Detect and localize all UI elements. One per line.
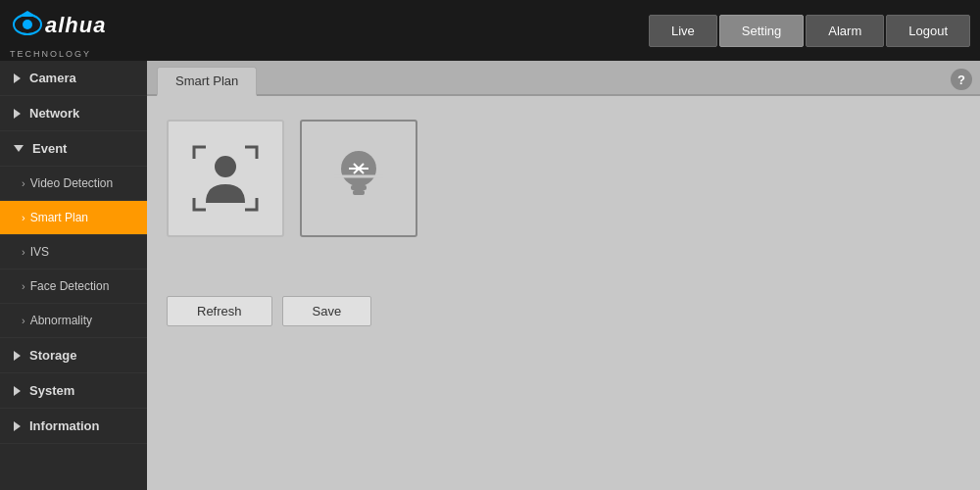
- chevron-smart-icon: ›: [22, 212, 25, 223]
- smart-light-icon-box[interactable]: [300, 120, 417, 237]
- nav-live-button[interactable]: Live: [649, 15, 717, 47]
- sidebar-ivs-label: IVS: [30, 245, 49, 259]
- header: alhua TECHNOLOGY Live Setting Alarm Logo…: [0, 0, 980, 61]
- sidebar-system-label: System: [29, 383, 74, 398]
- sidebar-item-smart-plan[interactable]: › Smart Plan: [0, 201, 147, 235]
- face-detect-svg: [186, 139, 265, 218]
- camera-chevron-icon: [14, 74, 21, 83]
- sidebar-video-detection-label: Video Detection: [30, 176, 114, 190]
- tab-smart-plan-label: Smart Plan: [175, 74, 238, 88]
- information-chevron-icon: [14, 421, 21, 431]
- sidebar-item-camera[interactable]: Camera: [0, 61, 147, 96]
- smart-plan-icons: [167, 120, 960, 237]
- svg-rect-8: [351, 185, 367, 190]
- save-button[interactable]: Save: [282, 296, 372, 326]
- refresh-button[interactable]: Refresh: [167, 296, 272, 326]
- network-chevron-icon: [14, 109, 21, 119]
- sidebar-camera-label: Camera: [29, 71, 76, 85]
- logo: alhua TECHNOLOGY: [10, 3, 137, 59]
- sidebar-abnormality-label: Abnormality: [30, 314, 92, 327]
- system-chevron-icon: [14, 386, 21, 396]
- chevron-video-icon: ›: [22, 177, 25, 189]
- sidebar-item-storage[interactable]: Storage: [0, 338, 147, 373]
- chevron-ivs-icon: ›: [22, 246, 25, 258]
- logo-brand: alhua: [10, 3, 137, 49]
- sidebar-information-label: Information: [29, 418, 100, 433]
- sidebar-item-event[interactable]: Event: [0, 131, 147, 167]
- svg-text:alhua: alhua: [45, 13, 106, 37]
- nav-alarm-button[interactable]: Alarm: [806, 15, 884, 47]
- sidebar-item-video-detection[interactable]: › Video Detection: [0, 167, 147, 201]
- sidebar-smart-plan-label: Smart Plan: [30, 211, 88, 224]
- sidebar: Camera Network Event › Video Detection ›…: [0, 61, 147, 490]
- chevron-abnormality-icon: ›: [22, 315, 25, 326]
- content-area: Refresh Save: [147, 96, 980, 490]
- tab-smart-plan[interactable]: Smart Plan: [157, 67, 257, 96]
- main-content: Smart Plan ?: [147, 61, 980, 490]
- logo-tech: TECHNOLOGY: [10, 49, 137, 59]
- body-layout: Camera Network Event › Video Detection ›…: [0, 61, 980, 490]
- smart-light-svg: [319, 139, 398, 218]
- sidebar-item-information[interactable]: Information: [0, 409, 147, 444]
- chevron-face-icon: ›: [22, 280, 25, 292]
- sidebar-item-ivs[interactable]: › IVS: [0, 235, 147, 270]
- svg-point-1: [23, 20, 32, 29]
- sidebar-item-system[interactable]: System: [0, 373, 147, 409]
- svg-point-3: [215, 156, 236, 177]
- sidebar-storage-label: Storage: [29, 348, 76, 363]
- sidebar-item-face-detection[interactable]: › Face Detection: [0, 270, 147, 304]
- nav-setting-button[interactable]: Setting: [719, 15, 804, 47]
- sidebar-face-detection-label: Face Detection: [30, 279, 110, 293]
- help-icon: ?: [957, 73, 965, 87]
- logo-area: alhua TECHNOLOGY: [10, 3, 167, 59]
- storage-chevron-icon: [14, 351, 21, 361]
- sidebar-item-network[interactable]: Network: [0, 96, 147, 131]
- sidebar-network-label: Network: [29, 106, 79, 121]
- sidebar-item-abnormality[interactable]: › Abnormality: [0, 304, 147, 338]
- help-button[interactable]: ?: [951, 69, 972, 90]
- action-buttons: Refresh Save: [167, 296, 960, 326]
- nav-logout-button[interactable]: Logout: [886, 15, 970, 47]
- face-detect-icon-box[interactable]: [167, 120, 284, 237]
- svg-rect-9: [353, 190, 365, 195]
- header-nav: Live Setting Alarm Logout: [649, 15, 970, 47]
- event-chevron-icon: [14, 145, 24, 152]
- sidebar-event-label: Event: [32, 141, 67, 156]
- tab-bar: Smart Plan ?: [147, 61, 980, 96]
